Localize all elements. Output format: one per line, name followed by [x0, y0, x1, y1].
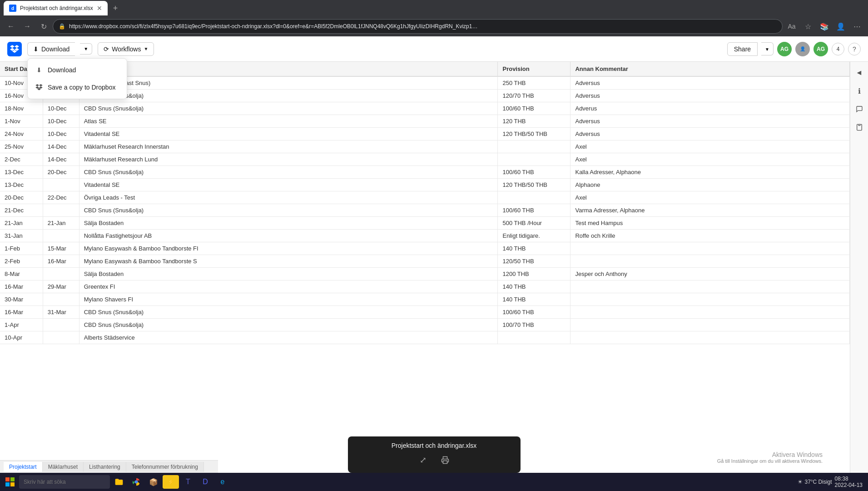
table-row: 25-Nov 14-Dec Mäklarhuset Research Inner… — [0, 140, 850, 153]
cell-annan — [570, 319, 850, 331]
tab-favicon: d — [9, 5, 16, 12]
cell-provision — [498, 331, 570, 344]
cell-start: 16-Mar — [0, 281, 43, 293]
sheet-tab-projektstart[interactable]: Projektstart — [4, 462, 43, 472]
sidebar-info-icon[interactable]: ℹ — [852, 84, 867, 98]
download-dropdown-button[interactable]: ▼ — [80, 43, 92, 55]
cell-start: 20-Dec — [0, 191, 43, 204]
refresh-button[interactable]: ↻ — [36, 19, 51, 34]
svg-rect-3 — [10, 477, 15, 481]
taskbar-search-input[interactable] — [19, 475, 110, 489]
table-row: 21-Jan 21-Jan Sälja Bostaden 500 THB /Ho… — [0, 217, 850, 230]
svg-rect-0 — [858, 124, 860, 125]
download-button[interactable]: ⬇ Download — [27, 42, 75, 56]
cell-end: 10-Dec — [43, 128, 79, 140]
cell-provision: 100/60 THB — [498, 204, 570, 217]
cell-annan — [570, 293, 850, 306]
spreadsheet[interactable]: Start Datum Projekt Provision Annan Komm… — [0, 62, 850, 491]
dropdown-item-save-copy[interactable]: Save a copy to Dropbox — [28, 79, 127, 96]
taskbar-discord[interactable]: D — [197, 474, 213, 490]
cell-end: 16-Mar — [43, 255, 79, 268]
sheet-tabs: Projektstart Mäklarhuset Listhantering T… — [0, 460, 218, 473]
cell-annan: Axel — [570, 191, 850, 204]
table-row: 1-Apr CBD Snus (Snus&olja) 100/70 THB — [0, 319, 850, 331]
tab-close-button[interactable]: ✕ — [97, 5, 102, 12]
dropdown-item-download[interactable]: ⬇ Download — [28, 61, 127, 79]
active-tab[interactable]: d Projektstart och ändringar.xlsx ✕ — [4, 1, 108, 15]
back-button[interactable]: ← — [4, 19, 18, 34]
taskbar-teams[interactable]: T — [180, 474, 196, 490]
taskbar-edge[interactable]: e — [214, 474, 231, 490]
cell-start: 21-Dec — [0, 204, 43, 217]
cell-end: 22-Dec — [43, 191, 79, 204]
dropbox-logo — [7, 42, 22, 56]
sheet-tab-maklarhuset[interactable]: Mäklarhuset — [43, 462, 84, 472]
cell-start: 1-Feb — [0, 242, 43, 255]
nav-bar: ← → ↻ 🔒 https://www.dropbox.com/scl/fi/z… — [0, 16, 868, 36]
table-header-row: Start Datum Projekt Provision Annan Komm… — [0, 62, 850, 76]
taskbar-right-area: ☀ 37°C Disigt 08:38 2022-04-13 — [798, 476, 866, 488]
dropdown-download-label: Download — [48, 66, 76, 74]
col-header-projekt: Projekt — [79, 62, 498, 76]
more-button[interactable]: ⋯ — [850, 19, 864, 34]
avatar-2[interactable]: 👤 — [795, 42, 810, 56]
share-dropdown-button[interactable]: ▼ — [761, 42, 774, 55]
cell-start: 1-Nov — [0, 115, 43, 128]
new-tab-button[interactable]: + — [109, 4, 122, 13]
cell-end: 15-Mar — [43, 242, 79, 255]
cell-annan: Adversus — [570, 128, 850, 140]
svg-rect-2 — [5, 477, 10, 481]
cell-end: 14-Dec — [43, 140, 79, 153]
toolbar-right: Share ▼ AG 👤 AG 4 ? — [727, 42, 861, 56]
preview-expand-button[interactable]: ⤢ — [416, 453, 431, 467]
collections-button[interactable]: 📚 — [817, 19, 832, 34]
address-bar[interactable]: 🔒 https://www.dropbox.com/scl/fi/zlx4f5h… — [53, 19, 783, 34]
taskbar-app-3[interactable]: 📦 — [145, 474, 162, 490]
workflows-button[interactable]: ⟳ Workflows ▼ — [98, 42, 154, 56]
cell-provision — [498, 153, 570, 166]
sidebar-clipboard-icon[interactable] — [852, 120, 867, 135]
help-button[interactable]: ? — [848, 43, 861, 55]
sidebar-comment-icon[interactable] — [852, 102, 867, 116]
browser-chrome: d Projektstart och ändringar.xlsx ✕ + ← … — [0, 0, 868, 36]
sheet-tab-telefonnummer[interactable]: Telefonnummer förbrukning — [126, 462, 204, 472]
avatar-count[interactable]: 4 — [832, 43, 844, 55]
table-row: 18-Nov 10-Dec CBD Snus (Snus&olja) 100/6… — [0, 102, 850, 115]
share-chevron-icon: ▼ — [765, 47, 769, 52]
share-button[interactable]: Share — [727, 42, 758, 56]
start-button[interactable] — [2, 474, 18, 490]
avatar-3[interactable]: AG — [813, 42, 828, 56]
svg-point-7 — [135, 481, 138, 484]
download-dropdown-menu: ⬇ Download Save a copy to Dropbox — [27, 58, 127, 99]
cell-projekt: Greentex FI — [79, 281, 498, 293]
avatar-1[interactable]: AG — [777, 42, 792, 56]
activate-subtitle: Gå till Inställningar om du vill aktiver… — [717, 458, 823, 464]
cell-provision: 100/60 THB — [498, 306, 570, 319]
cell-annan — [570, 306, 850, 319]
cell-annan: Kalla Adresser, Alphaone — [570, 166, 850, 179]
cell-start: 16-Mar — [0, 306, 43, 319]
taskbar-time: 08:38 2022-04-13 — [835, 476, 863, 488]
taskbar-chrome[interactable] — [128, 474, 144, 490]
cell-annan: Alphaone — [570, 179, 850, 191]
sheet-tab-listhantering[interactable]: Listhantering — [84, 462, 126, 472]
taskbar-weather: ☀ 37°C Disigt — [798, 479, 832, 485]
download-label: Download — [41, 45, 69, 53]
favorites-button[interactable]: ☆ — [801, 19, 815, 34]
cell-projekt: CBD Snus (Snus&olja) — [79, 166, 498, 179]
profile-button[interactable]: 👤 — [833, 19, 848, 34]
taskbar-app-4[interactable]: ⚡ — [163, 475, 179, 489]
svg-rect-4 — [5, 482, 10, 486]
cell-provision: Enligt tidigare. — [498, 230, 570, 242]
preview-print-button[interactable] — [438, 453, 452, 467]
taskbar-file-explorer[interactable] — [111, 474, 127, 490]
forward-button[interactable]: → — [20, 19, 35, 34]
cell-provision: 120 THB/50 THB — [498, 128, 570, 140]
table-row: 21-Dec CBD Snus (Snus&olja) 100/60 THB V… — [0, 204, 850, 217]
cell-provision: 140 THB — [498, 281, 570, 293]
cell-end: 21-Jan — [43, 217, 79, 230]
cell-end — [43, 319, 79, 331]
reader-mode-button[interactable]: Aa — [784, 19, 799, 34]
dropbox-toolbar: ⬇ Download ▼ ⟳ Workflows ▼ Share ▼ AG 👤 … — [0, 36, 868, 62]
sidebar-collapse-icon[interactable]: ◄ — [852, 65, 867, 80]
